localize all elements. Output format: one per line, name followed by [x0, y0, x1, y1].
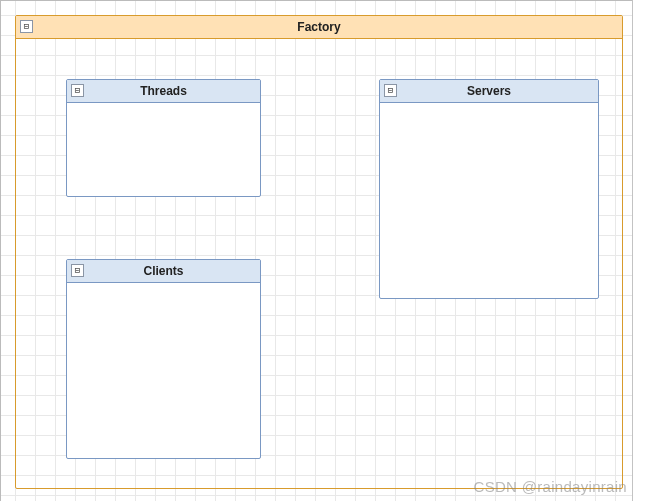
servers-header[interactable]: ⊟ Servers	[380, 80, 598, 103]
clients-title: Clients	[143, 264, 183, 278]
factory-title: Factory	[297, 20, 340, 34]
ruler-horizontal	[0, 0, 645, 1]
clients-header[interactable]: ⊟ Clients	[67, 260, 260, 283]
servers-collapse-button[interactable]: ⊟	[384, 84, 397, 97]
diagram-canvas[interactable]: ⊟ Factory ⊟ Threads ⊟ Servers ⊟ Clients …	[0, 0, 645, 501]
factory-container[interactable]: ⊟ Factory ⊟ Threads ⊟ Servers ⊟ Clients	[15, 15, 623, 489]
clients-container[interactable]: ⊟ Clients	[66, 259, 261, 459]
factory-collapse-button[interactable]: ⊟	[20, 20, 33, 33]
ruler-vertical	[0, 0, 1, 501]
servers-title: Servers	[467, 84, 511, 98]
threads-collapse-button[interactable]: ⊟	[71, 84, 84, 97]
threads-title: Threads	[140, 84, 187, 98]
threads-header[interactable]: ⊟ Threads	[67, 80, 260, 103]
threads-container[interactable]: ⊟ Threads	[66, 79, 261, 197]
clients-collapse-button[interactable]: ⊟	[71, 264, 84, 277]
factory-header[interactable]: ⊟ Factory	[16, 16, 622, 39]
servers-container[interactable]: ⊟ Servers	[379, 79, 599, 299]
page-edge	[632, 0, 645, 501]
